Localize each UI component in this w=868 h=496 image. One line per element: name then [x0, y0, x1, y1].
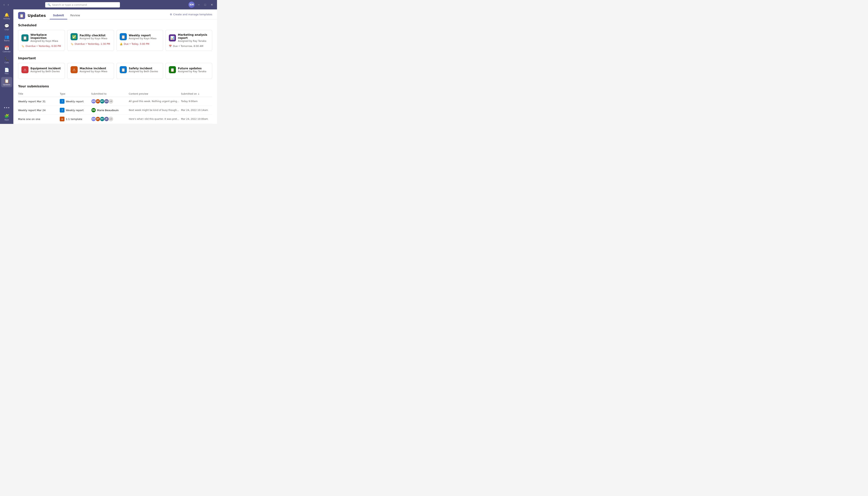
create-manage-button[interactable]: ⚙️ Create and manage templates	[170, 13, 212, 18]
app-icon: 📋	[18, 12, 25, 19]
forward-button[interactable]: ›	[6, 2, 10, 7]
card-header: 📋 Future updates Assigned by Ray Tanaka	[169, 66, 209, 73]
table-row[interactable]: Weekly report Mar 17 ? Weekly report MB …	[18, 124, 212, 124]
col-submitted-on: Submitted on ↓	[181, 92, 212, 95]
activity-icon: 🔔	[4, 13, 9, 17]
important-title: Important	[18, 56, 212, 60]
app-layout: 🔔 Activity 💬 Chat 👥 Teams 📅 Calendar 📞 C…	[0, 10, 217, 124]
chat-label: Chat	[4, 29, 9, 31]
sidebar-item-files[interactable]: 📄 Files	[1, 66, 12, 76]
content-scroll: Scheduled 📋 Workplace inspection Assigne…	[13, 19, 217, 124]
sidebar-item-activity[interactable]: 🔔 Activity	[1, 11, 12, 21]
submissions-title: Your submissions	[18, 84, 212, 88]
apps-label: Apps	[4, 119, 9, 121]
updates-icon: 📋	[4, 79, 9, 83]
avatar: DS	[104, 99, 109, 104]
type-badge: ? Weekly report	[60, 108, 91, 112]
chat-icon: 💬	[4, 24, 9, 28]
back-button[interactable]: ‹	[2, 2, 6, 7]
row-title: Weekly report Mar 31	[18, 100, 60, 103]
card-header: 📋 Weekly report Assigned by Kayo Miwa	[120, 33, 160, 40]
card-title: Machine incident	[79, 67, 107, 70]
single-recipient: MB Marie Beaudouin	[91, 108, 129, 112]
avatars-group: KM DF MT DS +4	[91, 99, 129, 104]
card-weekly-report[interactable]: 📋 Weekly report Assigned by Kayo Miwa 🔔 …	[116, 30, 163, 51]
updates-label: Updates	[3, 84, 10, 86]
card-status: 📅 Due • Tomorrow, 8:00 AM	[169, 45, 209, 47]
search-bar[interactable]: 🔍 Search or type a command	[45, 2, 120, 7]
type-icon: ?	[60, 108, 64, 112]
sidebar-item-calendar[interactable]: 📅 Calendar	[1, 44, 12, 54]
close-button[interactable]: ✕	[209, 2, 215, 7]
row-title: Marie one on one	[18, 118, 60, 121]
card-title: Facility checklist	[79, 34, 107, 37]
teams-label: Teams	[4, 40, 10, 42]
gear-icon: ⚙️	[170, 13, 172, 16]
col-title: Title	[18, 92, 60, 95]
teams-icon: 👥	[4, 34, 9, 39]
card-subtitle: Assigned by Kayo Miwa	[30, 40, 61, 43]
submitted-on: Mar 24, 2022 10:00am	[181, 118, 212, 120]
card-machine-incident[interactable]: ⚠ Machine incident Assigned by Kayo Miwa	[67, 63, 114, 79]
card-title: Future updates	[178, 67, 206, 70]
card-equipment-incident[interactable]: ⚠ Equipment incident Assigned by Beth Da…	[18, 63, 65, 79]
minimize-button[interactable]: −	[196, 2, 201, 7]
table-row[interactable]: Weekly report Mar 31 ? Weekly report KM …	[18, 97, 212, 106]
avatar: KM	[91, 117, 96, 121]
submitted-on: Today 9:00am	[181, 100, 212, 103]
more-button[interactable]: •••	[2, 104, 11, 111]
calendar-label: Calendar	[3, 51, 11, 52]
card-status: 🔔 Due • Today, 5:00 PM	[120, 43, 160, 45]
card-facility-checklist[interactable]: ✅ Facility checklist Assigned by Kayo Mi…	[67, 30, 114, 51]
sidebar-item-teams[interactable]: 👥 Teams	[1, 33, 12, 43]
create-manage-label: Create and manage templates	[173, 13, 212, 16]
card-marketing-analysis[interactable]: 📊 Marketing analysis report Assigned by …	[165, 30, 212, 51]
sidebar: 🔔 Activity 💬 Chat 👥 Teams 📅 Calendar 📞 C…	[0, 10, 13, 124]
card-future-updates[interactable]: 📋 Future updates Assigned by Ray Tanaka	[165, 63, 212, 79]
table-row[interactable]: Weekly report Mar 24 ? Weekly report MB …	[18, 106, 212, 115]
avatar: MT	[100, 117, 105, 121]
sidebar-item-updates[interactable]: 📋 Updates	[1, 77, 12, 87]
row-title: Weekly report Mar 24	[18, 109, 60, 112]
calls-icon: 📞	[4, 57, 9, 61]
card-header: ⚠ Machine incident Assigned by Kayo Miwa	[71, 66, 111, 73]
avatar: JR	[104, 117, 109, 121]
tab-review[interactable]: Review	[67, 12, 83, 19]
scheduled-title: Scheduled	[18, 24, 212, 27]
plus-more: +4	[108, 99, 113, 104]
important-cards-grid: ⚠ Equipment incident Assigned by Beth Da…	[18, 63, 212, 79]
sidebar-item-apps[interactable]: 🧩 Apps	[1, 112, 12, 122]
tab-submit[interactable]: Submit	[50, 12, 67, 19]
sidebar-item-chat[interactable]: 💬 Chat	[1, 22, 12, 32]
content-preview: All good this week. Nothing urgent going…	[129, 100, 180, 103]
user-avatar[interactable]: KM	[189, 2, 195, 8]
table-row[interactable]: Marie one on one ≡ 1:1 template KM DF MT…	[18, 115, 212, 124]
card-status: 🏷️ Overdue • Yesterday, 1:30 PM	[71, 43, 111, 45]
card-subtitle: Assigned by Ray Tanaka	[178, 40, 209, 43]
card-workplace-inspection[interactable]: 📋 Workplace inspection Assigned by Kayo …	[18, 30, 65, 51]
card-safety-incident[interactable]: 📋 Safety incident Assigned by Beth Davie…	[116, 63, 163, 79]
card-title: Equipment incident	[30, 67, 61, 70]
search-icon: 🔍	[48, 3, 51, 6]
plus-more: +3	[108, 117, 113, 121]
avatar: DF	[95, 99, 100, 104]
type-badge: ≡ 1:1 template	[60, 117, 91, 121]
status-icon: 🔔	[120, 43, 123, 45]
card-icon: ⚠	[21, 66, 29, 73]
card-title: Marketing analysis report	[178, 33, 209, 40]
card-header: ⚠ Equipment incident Assigned by Beth Da…	[21, 66, 61, 73]
sidebar-item-calls[interactable]: 📞 Calls	[1, 55, 12, 65]
card-title: Weekly report	[129, 34, 156, 37]
type-icon: ?	[60, 99, 64, 104]
calendar-icon: 📅	[4, 46, 9, 50]
card-icon: 📋	[21, 34, 29, 42]
nav-buttons: ‹ ›	[2, 2, 10, 7]
card-subtitle: Assigned by Kayo Miwa	[79, 37, 107, 40]
card-icon: 📋	[169, 66, 176, 73]
status-icon: 📅	[169, 45, 172, 47]
status-icon: 🏷️	[21, 45, 24, 47]
card-subtitle: Assigned by Beth Davies	[129, 70, 158, 73]
maximize-button[interactable]: □	[203, 2, 208, 7]
card-title: Workplace inspection	[30, 33, 61, 40]
scheduled-cards-grid: 📋 Workplace inspection Assigned by Kayo …	[18, 30, 212, 51]
